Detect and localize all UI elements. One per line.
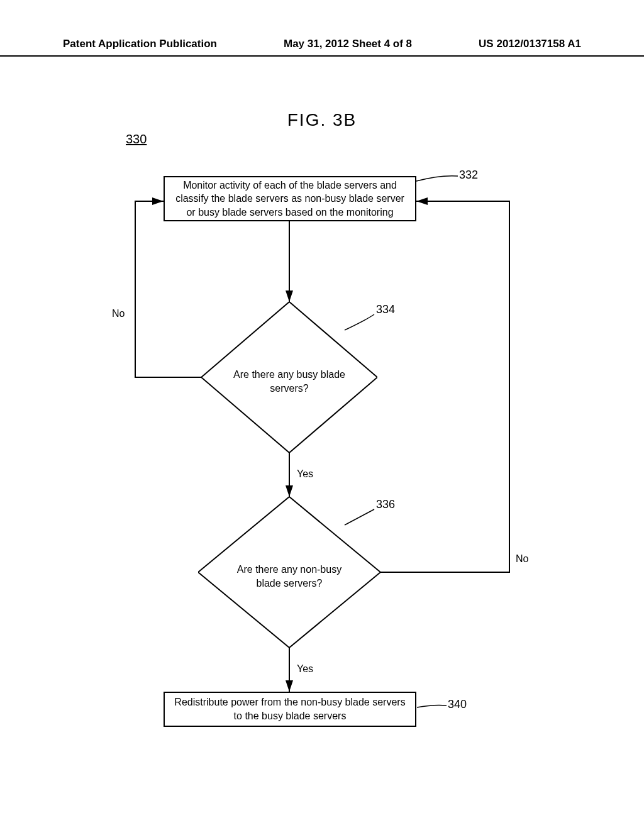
edge-label-334-yes: Yes — [297, 468, 313, 480]
flow-node-334: Are there any busy blade servers? — [201, 302, 377, 453]
diamond-336-text: Are there any non-busy blade servers? — [198, 563, 380, 590]
flow-node-332: Monitor activity of each of the blade se… — [164, 176, 416, 221]
ref-334: 334 — [376, 303, 395, 316]
header-left: Patent Application Publication — [63, 38, 217, 50]
header-right: US 2012/0137158 A1 — [479, 38, 581, 50]
edge-label-336-no: No — [516, 553, 528, 565]
diamond-334-text: Are there any busy blade servers? — [201, 368, 377, 395]
ref-332: 332 — [459, 169, 478, 182]
flowchart-diagram: Monitor activity of each of the blade se… — [0, 113, 644, 805]
flow-node-340: Redistribute power from the non-busy bla… — [164, 692, 416, 727]
flow-node-336: Are there any non-busy blade servers? — [198, 497, 380, 648]
page-header: Patent Application Publication May 31, 2… — [0, 38, 644, 57]
ref-340: 340 — [448, 698, 467, 711]
edge-label-336-yes: Yes — [297, 663, 313, 675]
header-center: May 31, 2012 Sheet 4 of 8 — [284, 38, 412, 50]
edge-label-334-no: No — [112, 308, 125, 319]
ref-336: 336 — [376, 498, 395, 511]
